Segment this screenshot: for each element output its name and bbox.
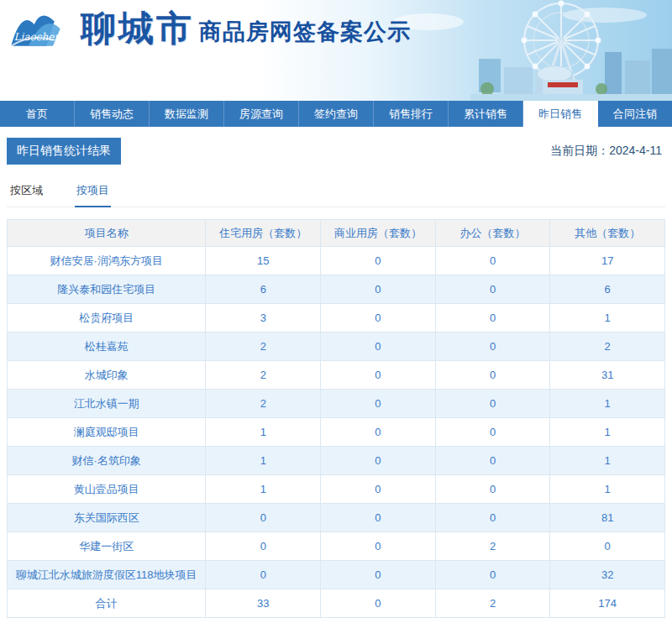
count-cell: 0 [435,504,550,532]
toolbar: 昨日销售统计结果 当前日期：2024-4-11 [7,138,665,165]
column-header: 住宅用房（套数） [206,220,321,247]
count-cell: 0 [321,247,436,275]
nav-item-label: 销售动态 [90,107,134,122]
count-cell: 0 [435,561,550,589]
nav-item-2[interactable]: 销售动态 [75,101,150,127]
table-row: 隆兴泰和园住宅项目6006 [8,275,665,304]
count-cell: 0 [321,390,436,418]
count-cell: 1 [206,418,321,447]
column-header: 办公（套数） [435,220,550,247]
count-cell: 2 [550,333,665,361]
count-cell: 1 [550,447,665,475]
nav-item-1[interactable]: 首页 [0,101,75,127]
view-tabs: 按区域按项目 [7,183,665,207]
table-row: 江北水镇一期2001 [8,390,665,418]
count-cell: 0 [435,475,550,504]
count-cell: 15 [206,247,321,275]
project-name-cell: 隆兴泰和园住宅项目 [8,275,206,304]
nav-item-label: 昨日销售 [538,107,582,122]
count-cell: 1 [550,390,665,418]
table-row: 松桂嘉苑2002 [8,333,665,361]
count-cell: 0 [321,589,436,618]
count-cell: 0 [321,333,436,361]
project-name-cell: 黄山壹品项目 [8,475,206,504]
count-cell: 0 [321,418,436,447]
count-cell: 0 [435,247,550,275]
column-header: 其他（套数） [550,220,665,247]
main-nav: 首页销售动态数据监测房源查询签约查询销售排行累计销售昨日销售合同注销 [0,101,672,127]
count-cell: 2 [206,390,321,418]
count-cell: 0 [321,447,436,475]
site-title: 商品房网签备案公示 [199,17,411,47]
count-cell: 0 [321,504,436,532]
project-name-cell: 合计 [8,589,206,618]
column-header: 商业用房（套数） [321,220,436,247]
brand: Liaocheng 聊城市 商品房网签备案公示 [7,3,411,55]
content: 昨日销售统计结果 当前日期：2024-4-11 按区域按项目 项目名称住宅用房（… [0,138,672,618]
nav-item-4[interactable]: 房源查询 [224,101,299,127]
count-cell: 33 [206,589,321,618]
nav-item-label: 数据监测 [165,107,208,122]
count-cell: 17 [550,247,665,275]
count-cell: 0 [435,361,550,390]
table-row: 黄山壹品项目1001 [8,475,665,504]
nav-item-9[interactable]: 合同注销 [598,101,672,127]
svg-text:Liaocheng: Liaocheng [14,31,69,43]
sales-table-head: 项目名称住宅用房（套数）商业用房（套数）办公（套数）其他（套数） [8,220,665,247]
count-cell: 0 [435,304,550,333]
count-cell: 2 [435,589,550,618]
table-row: 水城印象20031 [8,361,665,390]
nav-item-5[interactable]: 签约查询 [299,101,374,127]
project-name-cell: 松贵府项目 [8,304,206,333]
count-cell: 0 [435,275,550,304]
count-cell: 3 [206,304,321,333]
project-name-cell: 东关国际西区 [8,504,206,532]
count-cell: 0 [321,275,436,304]
column-header: 项目名称 [8,220,206,247]
project-name-cell: 聊城江北水城旅游度假区118地块项目 [8,561,206,589]
project-name-cell: 松桂嘉苑 [8,333,206,361]
logo-text: 聊城市 [81,3,194,54]
table-row: 合计3302174 [8,589,665,618]
nav-item-8[interactable]: 昨日销售 [523,101,598,127]
tab-2[interactable]: 按项目 [75,183,111,207]
count-cell: 6 [550,275,665,304]
nav-item-label: 首页 [26,107,48,122]
count-cell: 0 [435,418,550,447]
page-title: 昨日销售统计结果 [7,138,121,165]
count-cell: 0 [321,475,436,504]
project-name-cell: 水城印象 [8,361,206,390]
project-name-cell: 财信安居·润鸿东方项目 [8,247,206,275]
count-cell: 2 [206,361,321,390]
count-cell: 174 [550,589,665,618]
count-cell: 0 [206,532,321,561]
project-name-cell: 财信·名筑印象 [8,447,206,475]
count-cell: 2 [206,333,321,361]
count-cell: 1 [550,475,665,504]
nav-item-label: 合同注销 [613,107,657,122]
count-cell: 0 [435,333,550,361]
nav-item-label: 签约查询 [314,107,358,122]
count-cell: 0 [206,561,321,589]
count-cell: 0 [321,532,436,561]
tab-1[interactable]: 按区域 [8,183,45,207]
project-name-cell: 江北水镇一期 [8,390,206,418]
nav-item-3[interactable]: 数据监测 [150,101,224,127]
nav-item-label: 销售排行 [389,107,433,122]
current-date-label: 当前日期：2024-4-11 [550,144,665,159]
site-banner: Liaocheng 聊城市 商品房网签备案公示 [0,0,672,101]
count-cell: 0 [435,390,550,418]
count-cell: 1 [206,447,321,475]
table-row: 东关国际西区00081 [8,504,665,532]
count-cell: 2 [435,532,550,561]
table-row: 财信·名筑印象1001 [8,447,665,475]
nav-item-7[interactable]: 累计销售 [449,101,523,127]
nav-item-6[interactable]: 销售排行 [374,101,449,127]
count-cell: 1 [550,418,665,447]
tab-label: 按项目 [76,184,109,196]
count-cell: 0 [550,532,665,561]
table-row: 澜庭观邸项目1001 [8,418,665,447]
project-name-cell: 华建一街区 [8,532,206,561]
table-row: 松贵府项目3001 [8,304,665,333]
count-cell: 6 [206,275,321,304]
